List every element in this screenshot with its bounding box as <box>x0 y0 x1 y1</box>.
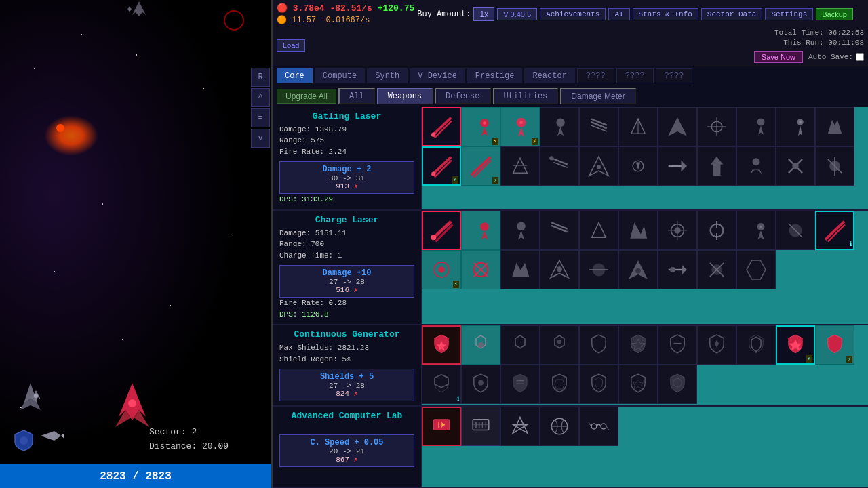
cg-icon-5[interactable] <box>618 325 658 365</box>
scroll-r-btn[interactable]: R <box>251 68 270 87</box>
charge-icon-r2-2[interactable] <box>461 250 500 289</box>
charge-icon-1[interactable] <box>461 211 500 250</box>
cg-icon-3[interactable] <box>540 325 579 365</box>
scroll-down-btn[interactable]: v <box>251 129 270 148</box>
charge-icon-r2-0[interactable]: ℹ <box>815 211 854 250</box>
cg-icon-r2-5[interactable] <box>540 365 579 404</box>
scroll-up-btn[interactable]: ^ <box>251 88 270 107</box>
top-bar: 🔴 3.78e4 -82.51/s +120.75 🟠 11.57 -0.016… <box>273 0 868 66</box>
charge-icon-r2-6[interactable] <box>618 250 658 289</box>
acl-icon-4[interactable] <box>579 407 618 446</box>
acl-upgrade-box[interactable]: C. Speed + 0.05 20 -> 21 867 ✗ <box>279 434 414 467</box>
tab-v-device[interactable]: V Device <box>410 68 465 83</box>
cg-icon-4[interactable] <box>579 325 618 365</box>
gatling-icon-5[interactable] <box>618 107 658 146</box>
gatling-icon-9[interactable] <box>776 107 815 146</box>
gatling-icon-r2-3[interactable] <box>540 146 579 186</box>
cg-icon-r2-7[interactable] <box>618 365 658 404</box>
charge-upgrade-box[interactable]: Damage +10 27 -> 28 516 ✗ <box>279 265 414 298</box>
gatling-icon-0[interactable] <box>422 107 461 146</box>
gatling-icon-8[interactable] <box>736 107 776 146</box>
gatling-icon-r2-6[interactable] <box>658 146 697 186</box>
cg-icon-r2-1[interactable]: ⚡ <box>815 325 854 365</box>
damage-meter-btn[interactable]: Damage Meter <box>560 88 635 104</box>
achievements-btn[interactable]: Achievements <box>540 8 606 20</box>
distance-label: Distance: 20.09 <box>149 440 229 454</box>
cg-icon-2[interactable] <box>500 325 540 365</box>
acl-icon-0[interactable] <box>422 407 461 446</box>
charge-icon-r2-8[interactable] <box>697 250 736 289</box>
filter-weapons[interactable]: Weapons <box>377 88 433 104</box>
charge-icon-6[interactable] <box>658 211 697 250</box>
charge-icon-r2-4[interactable] <box>540 250 579 289</box>
acl-icon-2[interactable] <box>500 407 540 446</box>
charge-icon-r2-5[interactable] <box>579 250 618 289</box>
gatling-icon-r2-9[interactable] <box>776 146 815 186</box>
svg-line-23 <box>591 122 606 128</box>
charge-icon-9[interactable] <box>776 211 815 250</box>
gatling-upgrade-box[interactable]: Damage + 2 30 -> 31 913 ✗ <box>279 161 414 194</box>
filter-defense[interactable]: Defense <box>435 88 490 104</box>
charge-icon-7[interactable] <box>697 211 736 250</box>
scroll-eq-btn[interactable]: = <box>251 108 270 127</box>
cg-icon-0[interactable] <box>422 325 461 365</box>
settings-btn[interactable]: Settings <box>765 8 813 20</box>
cg-icon-r2-2[interactable]: ℹ <box>422 365 461 404</box>
charge-icon-r2-7[interactable] <box>658 250 697 289</box>
tab-core[interactable]: Core <box>277 68 313 83</box>
gatling-icon-10[interactable] <box>815 107 854 146</box>
gatling-icon-r2-10[interactable] <box>815 146 854 186</box>
gatling-icon-7[interactable] <box>697 107 736 146</box>
cg-icon-r2-3[interactable] <box>461 365 500 404</box>
charge-icon-8[interactable] <box>736 211 776 250</box>
charge-icon-r2-1[interactable]: ⚡ <box>422 250 461 289</box>
filter-utilities[interactable]: Utilities <box>493 88 559 104</box>
charge-icon-3[interactable] <box>540 211 579 250</box>
gatling-icon-4[interactable] <box>579 107 618 146</box>
filter-all[interactable]: All <box>338 88 375 104</box>
load-btn[interactable]: Load <box>277 39 305 52</box>
gatling-icon-2[interactable]: ⚡ <box>500 107 540 146</box>
gatling-icon-r2-8[interactable] <box>736 146 776 186</box>
upgrade-all-btn[interactable]: Upgrade All <box>277 89 336 104</box>
tab-synth[interactable]: Synth <box>367 68 408 83</box>
tab-compute[interactable]: Compute <box>315 68 365 83</box>
cg-icon-7[interactable] <box>697 325 736 365</box>
charge-icon-0[interactable] <box>422 211 461 250</box>
cg-icon-6[interactable] <box>658 325 697 365</box>
charge-icon-4[interactable] <box>579 211 618 250</box>
charge-icon-5[interactable] <box>618 211 658 250</box>
charge-icon-r2-9[interactable] <box>736 250 776 289</box>
gatling-icon-r2-1[interactable]: ⚡ <box>461 146 500 186</box>
gatling-icon-r2-5[interactable] <box>618 146 658 186</box>
cg-icon-r2-4[interactable] <box>500 365 540 404</box>
gatling-icon-r2-7[interactable] <box>697 146 736 186</box>
cg-icon-r2-0[interactable]: ⚡ <box>776 325 815 365</box>
sector-data-btn[interactable]: Sector Data <box>701 8 763 20</box>
buy-amount-btn[interactable]: 1x <box>473 7 494 21</box>
tab-prestige[interactable]: Prestige <box>467 68 523 83</box>
gatling-icon-3[interactable] <box>540 107 579 146</box>
cg-icon-r2-6[interactable] <box>579 365 618 404</box>
acl-icon-3[interactable] <box>540 407 579 446</box>
auto-save-checkbox[interactable] <box>856 53 864 61</box>
svg-marker-34 <box>798 125 802 136</box>
gatling-icon-r2-0[interactable]: ⚡ <box>422 146 461 186</box>
cg-icon-8[interactable] <box>736 325 776 365</box>
gatling-icon-r2-4[interactable] <box>579 146 618 186</box>
charge-icon-2[interactable] <box>500 211 540 250</box>
cg-icon-r2-8[interactable] <box>658 365 697 404</box>
nav-tabs: Core Compute Synth V Device Prestige Rea… <box>273 66 868 85</box>
gatling-icon-6[interactable] <box>658 107 697 146</box>
acl-icon-1[interactable] <box>461 407 500 446</box>
ai-btn[interactable]: AI <box>608 8 629 20</box>
tab-reactor[interactable]: Reactor <box>524 68 574 83</box>
cg-upgrade-box[interactable]: Shields + 5 27 -> 28 824 ✗ <box>279 369 414 401</box>
backup-btn[interactable]: Backup <box>816 8 853 20</box>
gatling-icon-1[interactable]: ⚡ <box>461 107 500 146</box>
gatling-icon-r2-2[interactable] <box>500 146 540 186</box>
charge-icon-r2-3[interactable] <box>500 250 540 289</box>
cg-icon-1[interactable] <box>461 325 500 365</box>
stats-info-btn[interactable]: Stats & Info <box>633 8 698 20</box>
save-now-btn[interactable]: Save Now <box>754 51 803 63</box>
